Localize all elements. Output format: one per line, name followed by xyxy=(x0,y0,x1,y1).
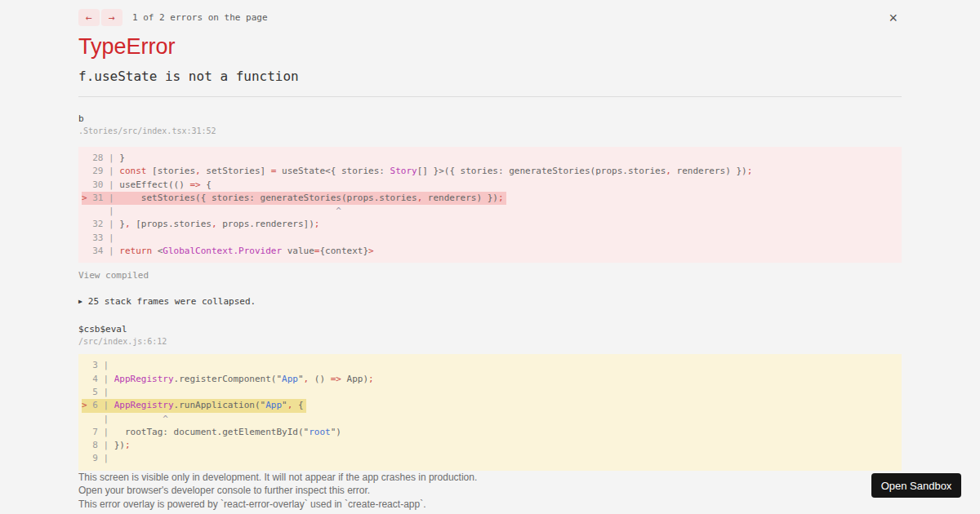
source-snippet-eval-frame: 3 | 4 | AppRegistry.registerComponent("A… xyxy=(78,354,902,470)
stack-frame-location: .Stories/src/index.tsx:31:52 xyxy=(78,126,902,136)
error-navigation-bar: ← → 1 of 2 errors on the page xyxy=(78,8,902,26)
expand-triangle-icon: ▶ xyxy=(78,298,82,305)
error-counter: 1 of 2 errors on the page xyxy=(132,12,268,23)
code-line: 29 | const [stories, setStories] = useSt… xyxy=(82,165,898,178)
arrow-left-icon: ← xyxy=(86,11,92,24)
code-line: | ^ xyxy=(82,413,898,426)
stack-frame-function-name: b xyxy=(78,113,902,125)
view-compiled-link[interactable]: View compiled xyxy=(78,270,149,281)
error-message: f.useState is not a function xyxy=(78,69,902,84)
code-line: 9 | xyxy=(82,452,898,465)
footer-notes: This screen is visible only in developme… xyxy=(78,472,902,511)
code-line: 8 | }); xyxy=(82,439,898,452)
code-line: 33 | xyxy=(82,232,898,245)
collapsed-stack-frames-toggle[interactable]: ▶25 stack frames were collapsed. xyxy=(78,296,902,307)
footer-note-development: This screen is visible only in developme… xyxy=(78,472,902,484)
source-snippet-error-frame: 28 | } 29 | const [stories, setStories] … xyxy=(78,147,902,263)
code-line-highlighted: > 6 | AppRegistry.runApplication("App", … xyxy=(82,399,306,412)
code-line: 5 | xyxy=(82,386,898,399)
code-line: 7 | rootTag: document.getElementById("ro… xyxy=(82,426,898,439)
code-line: 34 | return <GlobalContext.Provider valu… xyxy=(82,245,898,258)
divider xyxy=(78,96,902,97)
overlay-content: ← → 1 of 2 errors on the page TypeError … xyxy=(78,0,902,510)
code-line: 32 | }, [props.stories, props.renderers]… xyxy=(82,218,898,231)
code-line: | ^ xyxy=(82,205,898,218)
code-line: 30 | useEffect(() => { xyxy=(82,179,898,192)
stack-frame-location: /src/index.js:6:12 xyxy=(78,336,902,347)
code-line-highlighted: > 31 | setStories({ stories: generateSto… xyxy=(82,192,506,205)
footer-note-powered-by: This error overlay is powered by `react-… xyxy=(78,499,902,511)
code-line: 28 | } xyxy=(82,152,898,165)
code-line: 3 | xyxy=(82,359,898,372)
arrow-right-icon: → xyxy=(109,11,115,24)
previous-error-button[interactable]: ← xyxy=(78,9,100,26)
error-type-heading: TypeError xyxy=(78,36,902,57)
collapsed-stack-frames-label: 25 stack frames were collapsed. xyxy=(88,296,256,307)
next-error-button[interactable]: → xyxy=(101,9,122,26)
code-line: 4 | AppRegistry.registerComponent("App",… xyxy=(82,373,898,386)
close-icon[interactable]: × xyxy=(889,11,898,25)
open-sandbox-button[interactable]: Open Sandbox xyxy=(871,473,961,498)
footer-note-console: Open your browser's developer console to… xyxy=(78,485,902,497)
stack-frame-function-name: $csb$eval xyxy=(78,324,902,335)
error-overlay: ← → 1 of 2 errors on the page TypeError … xyxy=(0,0,980,514)
